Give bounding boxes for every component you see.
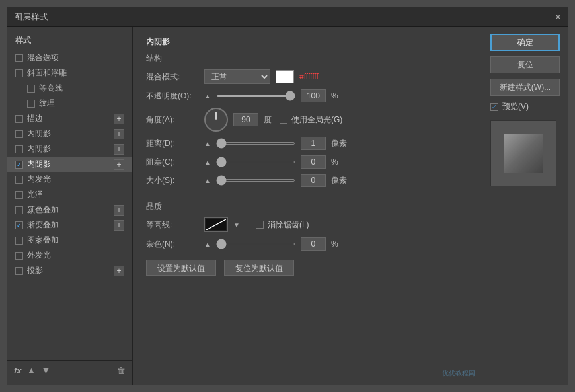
size-input[interactable]: [301, 174, 326, 187]
sidebar-item-label-outer-glow: 外发光: [27, 250, 51, 261]
checkbox-contour[interactable]: [27, 85, 35, 93]
add-inner-shadow2-button[interactable]: +: [114, 144, 124, 155]
sidebar-item-drop-shadow[interactable]: 投影+: [7, 263, 132, 278]
checkbox-gradient-overlay[interactable]: [15, 221, 23, 229]
main-section-title: 内阴影: [146, 36, 469, 48]
checkbox-outer-glow[interactable]: [15, 252, 23, 260]
left-panel: 样式 混合选项斜面和浮雕等高线纹理描边+内阴影+内阴影+内阴影+内发光光泽颜色叠…: [7, 27, 133, 385]
sidebar-item-outer-glow[interactable]: 外发光: [7, 248, 132, 263]
contour-row: 等高线: ▼ 消除锯齿(L): [146, 217, 469, 232]
noise-label: 杂色(N):: [146, 239, 199, 250]
checkbox-inner-shadow2[interactable]: [15, 145, 23, 153]
choke-slider[interactable]: [216, 161, 295, 163]
angle-dial[interactable]: [204, 108, 228, 132]
contour-dropdown-arrow[interactable]: ▼: [233, 221, 240, 229]
add-gradient-overlay-button[interactable]: +: [114, 220, 124, 231]
checkbox-stroke[interactable]: [15, 115, 23, 123]
contour-preview[interactable]: [204, 217, 228, 232]
add-stroke-button[interactable]: +: [114, 114, 124, 124]
opacity-slider[interactable]: [216, 95, 295, 97]
sidebar-item-label-stroke: 描边: [27, 113, 43, 124]
sidebar-item-stroke[interactable]: 描边+: [7, 111, 132, 126]
preview-inner-rect: [504, 134, 543, 173]
sidebar-item-satin[interactable]: 光泽: [7, 187, 132, 202]
checkbox-pattern-overlay[interactable]: [15, 237, 23, 245]
reset-default-button[interactable]: 复位为默认值: [224, 260, 294, 276]
opacity-slider-triangle: ▲: [204, 93, 211, 100]
checkbox-bevel[interactable]: [15, 69, 23, 77]
checkbox-inner-glow[interactable]: [15, 176, 23, 184]
bottom-toolbar: fx ▲ ▼ 🗑: [7, 360, 132, 379]
size-row: 大小(S): ▲ 像素: [146, 174, 469, 187]
dialog-title: 图层样式: [14, 11, 48, 23]
color-hex-value: #fffffff: [299, 72, 319, 81]
angle-row: 角度(A): 度 使用全局光(G): [146, 108, 469, 132]
anti-alias-checkbox[interactable]: [256, 221, 264, 229]
sidebar-item-texture[interactable]: 纹理: [19, 96, 132, 111]
add-inner-shadow3-button[interactable]: +: [114, 159, 124, 170]
set-default-button[interactable]: 设置为默认值: [146, 260, 216, 276]
sidebar-item-inner-shadow1[interactable]: 内阴影+: [7, 126, 132, 141]
sidebar-item-color-overlay[interactable]: 颜色叠加+: [7, 202, 132, 217]
sidebar-item-inner-shadow2[interactable]: 内阴影+: [7, 141, 132, 157]
sidebar-item-contour[interactable]: 等高线: [19, 81, 132, 96]
checkbox-inner-shadow3[interactable]: [15, 161, 23, 169]
anti-alias-label: 消除锯齿(L): [268, 219, 309, 231]
blend-mode-select[interactable]: 正常溶解变暗正片叠底颜色加深线性加深深色变亮滤色颜色减淡线性减淡浅色叠加柔光强光…: [204, 69, 270, 84]
move-down-icon[interactable]: ▼: [41, 365, 50, 375]
new-style-button[interactable]: 新建样式(W)...: [490, 79, 560, 96]
size-slider[interactable]: [216, 179, 295, 182]
checkbox-texture[interactable]: [27, 100, 35, 108]
sidebar-item-bevel[interactable]: 斜面和浮雕: [7, 65, 132, 81]
choke-input[interactable]: [301, 155, 326, 169]
checkbox-drop-shadow[interactable]: [15, 267, 23, 275]
angle-input[interactable]: [233, 113, 258, 126]
sidebar-item-blending[interactable]: 混合选项: [7, 50, 132, 65]
ok-button[interactable]: 确定: [490, 34, 560, 51]
quality-title: 品质: [146, 201, 469, 212]
checkbox-blending[interactable]: [15, 54, 23, 62]
delete-icon[interactable]: 🗑: [117, 366, 126, 375]
sidebar-item-inner-glow[interactable]: 内发光: [7, 172, 132, 187]
preview-thumbnail: [490, 120, 556, 186]
color-swatch[interactable]: [276, 70, 294, 83]
structure-title: 结构: [146, 53, 469, 64]
bottom-action-buttons: 设置为默认值 复位为默认值: [146, 260, 469, 276]
opacity-row: 不透明度(O): ▲ %: [146, 89, 469, 102]
move-up-icon[interactable]: ▲: [27, 365, 36, 375]
center-panel: 内阴影 结构 混合模式: 正常溶解变暗正片叠底颜色加深线性加深深色变亮滤色颜色减…: [133, 27, 482, 385]
sidebar-item-gradient-overlay[interactable]: 渐变叠加+: [7, 217, 132, 233]
sidebar-item-pattern-overlay[interactable]: 图案叠加: [7, 233, 132, 248]
choke-unit: %: [331, 157, 342, 167]
reset-button[interactable]: 复位: [490, 56, 560, 73]
sidebar-item-inner-shadow3[interactable]: 内阴影+: [7, 157, 132, 172]
layer-style-dialog: 图层样式 × 样式 混合选项斜面和浮雕等高线纹理描边+内阴影+内阴影+内阴影+内…: [7, 7, 568, 385]
checkbox-satin[interactable]: [15, 191, 23, 199]
distance-unit: 像素: [331, 138, 347, 149]
blend-mode-row: 混合模式: 正常溶解变暗正片叠底颜色加深线性加深深色变亮滤色颜色减淡线性减淡浅色…: [146, 69, 469, 84]
close-button[interactable]: ×: [555, 12, 561, 22]
checkbox-color-overlay[interactable]: [15, 206, 23, 214]
sidebar-item-label-blending: 混合选项: [27, 52, 59, 63]
global-light-row: 使用全局光(G): [280, 114, 342, 126]
opacity-input[interactable]: [301, 89, 326, 102]
distance-triangle: ▲: [204, 140, 211, 147]
global-light-checkbox[interactable]: [280, 116, 288, 124]
add-drop-shadow-button[interactable]: +: [114, 266, 124, 276]
noise-input[interactable]: [301, 237, 326, 251]
distance-slider[interactable]: [216, 142, 295, 145]
sidebar-item-label-bevel: 斜面和浮雕: [27, 67, 67, 79]
noise-slider[interactable]: [216, 243, 295, 245]
checkbox-inner-shadow1[interactable]: [15, 130, 23, 138]
preview-checkbox[interactable]: [490, 103, 498, 111]
add-inner-shadow1-button[interactable]: +: [114, 129, 124, 139]
sidebar-item-label-inner-shadow1: 内阴影: [27, 128, 51, 139]
sidebar-item-label-inner-glow: 内发光: [27, 174, 51, 185]
noise-triangle: ▲: [204, 241, 211, 248]
opacity-label: 不透明度(O):: [146, 91, 199, 102]
noise-unit: %: [331, 239, 342, 249]
fx-icon[interactable]: fx: [14, 366, 22, 375]
distance-input[interactable]: [301, 137, 326, 150]
add-color-overlay-button[interactable]: +: [114, 205, 124, 216]
preview-label: 预览(V): [502, 101, 529, 112]
